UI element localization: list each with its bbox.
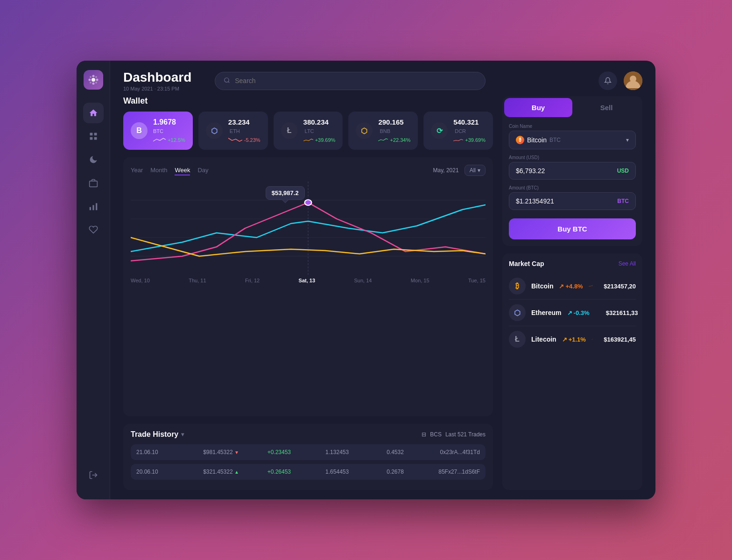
trade-price-1: $981.45322 ▼ <box>194 449 247 455</box>
notification-button[interactable] <box>598 71 617 90</box>
search-input[interactable] <box>235 77 477 84</box>
wallet-card-info-btc: 1.9678 BTC +12.5% <box>153 118 185 143</box>
svg-rect-13 <box>89 181 97 187</box>
trade-amount-1: 1.132453 <box>310 449 364 455</box>
x-label-wed: Wed, 10 <box>131 278 150 283</box>
header-date: 10 May 2021 · 23:15 PM <box>123 86 191 91</box>
btc-unit: BTC <box>617 198 629 204</box>
bnb-icon: ⬡ <box>356 122 373 139</box>
buy-sell-panel: Buy Sell Coin Name ₿ Bitcoin BTC <box>502 96 642 246</box>
buy-sell-tabs: Buy Sell <box>504 98 640 117</box>
logo[interactable] <box>84 70 103 90</box>
amount-usd-input[interactable]: $6,793.22 USD <box>509 162 636 180</box>
market-row-eth[interactable]: ⬡ Ethereum ↗ -0.3% $321611,33 <box>509 300 636 326</box>
tab-sell[interactable]: Sell <box>572 98 640 117</box>
amount-usd-group: Amount (USD) $6,793.22 USD <box>509 155 636 180</box>
wallet-card-eth[interactable]: ⬡ 23.234 ETH -5.23% <box>198 112 268 150</box>
header-title-block: Dashboard 10 May 2021 · 23:15 PM <box>123 70 191 91</box>
market-ltc-icon: Ł <box>509 331 526 348</box>
chart-section: Year Month Week Day May, 2021 All ▾ <box>123 157 493 416</box>
chart-period: May, 2021 <box>433 167 459 174</box>
left-col: Wallet B 1.9678 BTC <box>123 96 493 490</box>
sidebar-item-home[interactable] <box>83 103 104 123</box>
ltc-sparkline <box>591 334 593 345</box>
bnb-change: +22.34% <box>378 137 410 143</box>
wallet-card-info-bnb: 290.165 BNB +22.34% <box>378 118 410 143</box>
table-row[interactable]: 20.06.10 $321.45322 ▲ +0.26453 1.654453 … <box>131 464 486 480</box>
amount-usd-label: Amount (USD) <box>509 155 636 160</box>
svg-point-5 <box>90 76 92 78</box>
chevron-down-icon: ▾ <box>626 137 629 143</box>
x-label-sun: Sun, 14 <box>354 278 372 283</box>
market-btc-icon: ₿ <box>509 278 526 294</box>
search-bar <box>215 72 486 90</box>
chart-header-right: May, 2021 All ▾ <box>433 165 486 176</box>
coin-name-label: Coin Name <box>509 124 636 129</box>
tab-buy[interactable]: Buy <box>504 98 572 117</box>
trade-arrow-down: ▼ <box>234 450 239 455</box>
ltc-change: +39.69% <box>303 137 336 143</box>
wallet-card-dcr[interactable]: ⟳ 540.321 DCR +39.69% <box>423 112 493 150</box>
chart-tab-week[interactable]: Week <box>175 166 190 175</box>
see-all-button[interactable]: See All <box>619 260 636 267</box>
main-content: Dashboard 10 May 2021 · 23:15 PM <box>110 61 655 499</box>
market-btc-price: $213457,20 <box>598 283 636 290</box>
market-row-btc[interactable]: ₿ Bitcoin ↗ +4.8% $213457,20 <box>509 273 636 300</box>
svg-rect-12 <box>94 137 97 140</box>
market-eth-name: Ethereum <box>531 309 562 316</box>
dcr-change: +39.69% <box>453 137 486 143</box>
sidebar-item-chart[interactable] <box>83 196 104 217</box>
ltc-icon: Ł <box>281 122 298 139</box>
chart-filter[interactable]: All ▾ <box>465 165 486 176</box>
search-wrapper[interactable] <box>215 72 486 90</box>
eth-change: -5.23% <box>228 137 260 143</box>
buy-btc-button[interactable]: Buy BTC <box>509 218 636 239</box>
avatar[interactable] <box>624 71 642 90</box>
trade-date-1: 21.06.10 <box>136 449 190 455</box>
amount-btc-input[interactable]: $1.21354921 BTC <box>509 192 636 210</box>
chart-tab-year[interactable]: Year <box>131 166 143 175</box>
trade-change-2: +0.26453 <box>253 469 306 475</box>
trade-title: Trade History ▾ <box>131 430 184 439</box>
trade-filter[interactable]: ⊟ BCS Last 521 Trades <box>422 431 486 438</box>
svg-line-19 <box>228 81 230 83</box>
chart-x-labels: Wed, 10 Thu, 11 Fri, 12 Sat, 13 Sun, 14 … <box>131 275 486 286</box>
usd-unit: USD <box>617 168 629 174</box>
bnb-amount: 290.165 BNB <box>378 118 410 135</box>
svg-point-27 <box>305 200 312 205</box>
svg-rect-11 <box>90 137 92 140</box>
trade-change-1: +0.23453 <box>253 449 306 455</box>
market-eth-price: $321611,33 <box>601 309 638 316</box>
wallet-section: Wallet B 1.9678 BTC <box>123 96 493 150</box>
btc-change: +12.5% <box>153 137 185 143</box>
wallet-card-btc[interactable]: B 1.9678 BTC +12.5% <box>123 112 193 150</box>
chart-tooltip: $53,987.2 <box>266 186 305 200</box>
wallet-card-bnb[interactable]: ⬡ 290.165 BNB +22.34% <box>348 112 418 150</box>
amount-btc-label: Amount (BTC) <box>509 185 636 190</box>
trade-header: Trade History ▾ ⊟ BCS Last 521 Trades <box>131 430 486 439</box>
coin-name-group: Coin Name ₿ Bitcoin BTC ▾ <box>509 124 636 149</box>
svg-point-18 <box>225 77 229 82</box>
svg-point-7 <box>95 76 97 78</box>
market-cap-title: Market Cap <box>509 260 544 267</box>
ltc-amount: 380.234 LTC <box>303 118 336 135</box>
sidebar-item-bag[interactable] <box>83 173 104 193</box>
sidebar-item-grid[interactable] <box>83 126 104 147</box>
search-icon <box>224 77 230 85</box>
amount-usd-value: $6,793.22 <box>516 167 545 175</box>
market-ltc-price: $163921,45 <box>598 336 636 343</box>
trade-date-2: 20.06.10 <box>136 469 190 475</box>
sidebar-item-moon[interactable] <box>83 149 104 170</box>
trade-value-2: 0.2678 <box>368 469 422 475</box>
chart-tab-day[interactable]: Day <box>197 166 208 175</box>
wallet-card-info-dcr: 540.321 DCR +39.69% <box>453 118 486 143</box>
coin-name-input[interactable]: ₿ Bitcoin BTC ▾ <box>509 131 636 149</box>
wallet-card-ltc[interactable]: Ł 380.234 LTC +39.69% <box>274 112 343 150</box>
trade-hash-1: 0x23rA...4f31Td <box>427 449 480 455</box>
market-row-ltc[interactable]: Ł Litecoin ↗ +1.1% $163921,45 <box>509 326 636 352</box>
sidebar-item-heart[interactable] <box>83 219 104 240</box>
sidebar-item-logout[interactable] <box>83 465 104 485</box>
svg-point-6 <box>95 82 97 84</box>
table-row[interactable]: 21.06.10 $981.45322 ▼ +0.23453 1.132453 … <box>131 444 486 460</box>
chart-tab-month[interactable]: Month <box>150 166 167 175</box>
